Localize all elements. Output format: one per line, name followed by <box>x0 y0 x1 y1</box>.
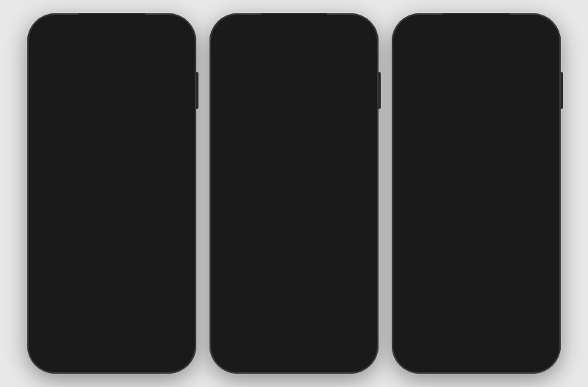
bluetooth-icon: B <box>51 160 68 177</box>
battery-icon: ▮ <box>173 28 177 35</box>
bluetooth-chevron: › <box>170 163 173 174</box>
storage-label: iPhone Storage <box>415 243 534 254</box>
list-item[interactable]: ⏱ Screen Time › <box>42 338 182 368</box>
airdrop-row[interactable]: AirDrop › <box>405 121 548 148</box>
display-icon: AA <box>232 198 249 216</box>
list-item[interactable]: 🏔 Wallpaper › <box>223 222 365 252</box>
general-badge: 1 <box>337 137 349 149</box>
language-label: Language & Region <box>414 355 536 366</box>
list-item[interactable]: ⊞ Control Center › <box>223 162 365 192</box>
list-item[interactable]: B Bluetooth On › <box>42 154 182 184</box>
software-update-row[interactable]: Software Update 1 › <box>405 90 548 117</box>
battery-label: Battery <box>257 352 354 363</box>
signal-icon-3: ●●● <box>515 28 527 35</box>
back-button[interactable]: ‹ Settings <box>408 45 444 55</box>
nav-bar-3: ‹ Settings General <box>398 40 555 60</box>
keyboard-row[interactable]: Keyboard › <box>405 322 548 348</box>
about-row[interactable]: About › <box>405 64 548 90</box>
status-time-1: 8:08 <box>46 27 62 36</box>
search-icon: 🔍 <box>49 74 60 84</box>
hotspot-label: Personal Hotspot <box>76 224 170 235</box>
accessibility-chev: › <box>536 212 539 222</box>
arrow-annotation <box>107 244 117 295</box>
battery-chev: › <box>354 352 356 363</box>
screentime-icon: ⏱ <box>51 344 68 362</box>
list-item[interactable]: 🔋 Battery › <box>223 343 365 368</box>
wifi-value: Tuck's <box>142 133 167 143</box>
carplay-row[interactable]: CarPlay › <box>405 174 548 201</box>
software-update-label: Software Update <box>414 99 520 110</box>
settings-group-connectivity: ✈ Airplane Mode Wi-Fi Tuck's › B <box>42 93 182 244</box>
accessibility-row[interactable]: Accessibility › <box>405 204 548 230</box>
status-bar-1: 8:08 ●●● ▲ ▮ <box>33 19 190 40</box>
bg-refresh-label: Background App Refresh <box>414 274 536 285</box>
datetime-row[interactable]: Date & Time › <box>405 295 548 322</box>
airplane-icon: ✈ <box>51 99 68 117</box>
battery-row-icon: 🔋 <box>232 349 249 366</box>
bluetooth-label: Bluetooth <box>76 163 155 174</box>
phone-1: 8:08 ●●● ▲ ▮ Settings 🔍 Search ✈ Airplan… <box>27 13 196 374</box>
handoff-row[interactable]: Handoff › <box>405 148 548 174</box>
list-item[interactable]: ((•)) Cellular › <box>42 184 182 214</box>
status-bar-3: 8:08 ●●● ▲ ▮ <box>398 19 555 40</box>
wifi-icon-3: ▲ <box>529 28 536 35</box>
status-bar-2: 8:08 ●●● ▲ ▮ <box>215 19 373 40</box>
phone-2: 8:08 ●●● ▲ ▮ Settings 🌙 Do Not Disturb ›… <box>209 13 379 374</box>
list-item[interactable]: ⏱ Screen Time › <box>223 93 365 122</box>
phone-screen-3: 8:08 ●●● ▲ ▮ ‹ Settings General About › <box>398 19 555 368</box>
list-item[interactable]: ⬡ Personal Hotspot › <box>42 214 182 244</box>
status-icons-2: ●●● ▲ ▮ <box>333 28 359 35</box>
list-item[interactable]: AA Display & Brightness › <box>223 192 365 222</box>
sounds-label: Sounds & Haptics <box>76 288 170 299</box>
list-item[interactable]: 🌙 Do Not Disturb › <box>42 308 182 338</box>
update-badge: 1 <box>520 98 531 110</box>
dnd-icon-2: 🌙 <box>232 68 249 86</box>
language-row[interactable]: Language & Region › <box>405 348 548 368</box>
list-item[interactable]: 🌙 Do Not Disturb › <box>223 63 365 93</box>
airplane-toggle[interactable] <box>142 101 168 116</box>
general-highlight-ring: ⚙ General 1 › <box>223 127 365 159</box>
phone-3: 8:08 ●●● ▲ ▮ ‹ Settings General About › <box>392 13 561 374</box>
carplay-label: CarPlay <box>414 182 536 194</box>
general-icon: ⚙ <box>233 134 251 152</box>
general-row[interactable]: ⚙ General 1 › <box>224 128 364 157</box>
wifi-icon: ▲ <box>165 28 171 35</box>
phone2-nav-title: Settings <box>273 42 314 54</box>
screentime-chevron: › <box>170 348 173 358</box>
sos-icon: SOS <box>232 319 249 336</box>
bg-refresh-chev: › <box>536 274 539 284</box>
dnd-label-2: Do Not Disturb <box>257 72 354 83</box>
notifications-label: Notifications <box>76 258 170 269</box>
phone3-content: About › Software Update 1 › AirDrop › Ha… <box>398 60 555 368</box>
phone2-content: 🌙 Do Not Disturb › ⏱ Screen Time › ⚙ Gen… <box>215 58 373 368</box>
search-bar[interactable]: 🔍 Search <box>42 70 182 88</box>
airdrop-label: AirDrop <box>414 129 536 140</box>
dnd-label: Do Not Disturb <box>76 318 170 329</box>
cc-label: Control Center <box>257 171 354 182</box>
list-item[interactable]: Wi-Fi Tuck's › <box>42 124 182 154</box>
list-item[interactable]: SOS Emergency SOS › <box>223 313 365 343</box>
storage-row[interactable]: iPhone Storage › <box>406 235 546 261</box>
list-item[interactable]: ✈ Airplane Mode <box>42 93 182 124</box>
accessibility-label: Accessibility <box>414 212 536 223</box>
display-chev: › <box>354 202 356 212</box>
faceid-label: Face ID & Passcode <box>257 292 354 303</box>
sos-label: Emergency SOS <box>257 322 354 333</box>
handoff-label: Handoff <box>414 155 536 166</box>
phone-screen-2: 8:08 ●●● ▲ ▮ Settings 🌙 Do Not Disturb ›… <box>215 19 373 368</box>
keyboard-label: Keyboard <box>414 329 536 340</box>
phone-screen-1: 8:08 ●●● ▲ ▮ Settings 🔍 Search ✈ Airplan… <box>33 19 190 368</box>
dnd-chevron: › <box>170 318 173 328</box>
su-chev: › <box>536 99 539 109</box>
list-item[interactable]: 👤 Face ID & Passcode › <box>223 283 365 313</box>
wallpaper-label: Wallpaper <box>257 232 354 243</box>
bluetooth-value: On <box>155 163 167 174</box>
bg-refresh-row[interactable]: Background App Refresh › <box>405 266 548 292</box>
list-item[interactable]: ◎ Siri & Search › <box>223 252 365 283</box>
handoff-chev: › <box>536 156 539 166</box>
wifi-label: Wi-Fi <box>76 133 142 144</box>
arrow-line <box>111 244 112 288</box>
sounds-icon: 🔊 <box>51 284 68 302</box>
status-time-2: 8:08 <box>229 27 245 36</box>
datetime-label: Date & Time <box>414 302 536 313</box>
